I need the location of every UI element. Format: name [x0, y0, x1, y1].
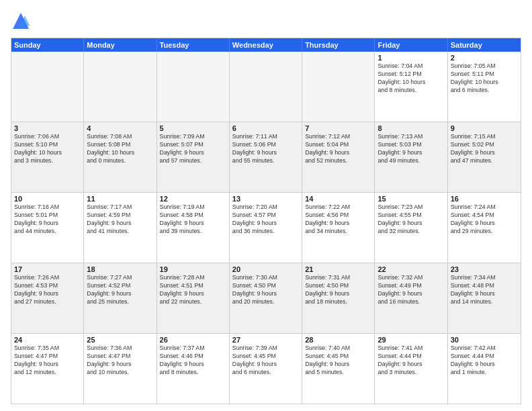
day-number: 18: [87, 265, 153, 273]
day-number: 8: [378, 124, 444, 132]
day-number: 5: [160, 124, 226, 132]
calendar-cell: 24Sunrise: 7:35 AM Sunset: 4:47 PM Dayli…: [11, 334, 84, 404]
cell-info: Sunrise: 7:12 AM Sunset: 5:04 PM Dayligh…: [305, 133, 371, 165]
day-number: 27: [232, 336, 299, 344]
calendar-cell: 22Sunrise: 7:32 AM Sunset: 4:49 PM Dayli…: [375, 263, 447, 333]
weekday-header-thursday: Thursday: [302, 38, 375, 52]
calendar-cell: 3Sunrise: 7:06 AM Sunset: 5:10 PM Daylig…: [11, 122, 84, 192]
calendar-cell: 4Sunrise: 7:08 AM Sunset: 5:08 PM Daylig…: [84, 122, 157, 192]
day-number: 16: [451, 195, 518, 203]
calendar: SundayMondayTuesdayWednesdayThursdayFrid…: [11, 38, 521, 404]
calendar-cell: 13Sunrise: 7:20 AM Sunset: 4:57 PM Dayli…: [230, 193, 302, 263]
calendar-cell: [302, 52, 375, 122]
calendar-cell: 29Sunrise: 7:41 AM Sunset: 4:44 PM Dayli…: [375, 334, 447, 404]
day-number: 29: [378, 336, 444, 344]
day-number: 28: [305, 336, 371, 344]
day-number: 12: [160, 195, 226, 203]
calendar-body: 1Sunrise: 7:04 AM Sunset: 5:12 PM Daylig…: [11, 52, 521, 404]
calendar-cell: 12Sunrise: 7:19 AM Sunset: 4:58 PM Dayli…: [157, 193, 230, 263]
day-number: 26: [160, 336, 226, 344]
calendar-row-4: 24Sunrise: 7:35 AM Sunset: 4:47 PM Dayli…: [11, 334, 521, 404]
calendar-cell: [230, 52, 302, 122]
day-number: 24: [14, 336, 81, 344]
day-number: 4: [87, 124, 153, 132]
header: [11, 11, 521, 31]
cell-info: Sunrise: 7:34 AM Sunset: 4:48 PM Dayligh…: [451, 274, 518, 306]
calendar-row-2: 10Sunrise: 7:16 AM Sunset: 5:01 PM Dayli…: [11, 193, 521, 263]
calendar-cell: 30Sunrise: 7:42 AM Sunset: 4:44 PM Dayli…: [448, 334, 521, 404]
calendar-cell: 11Sunrise: 7:17 AM Sunset: 4:59 PM Dayli…: [84, 193, 157, 263]
calendar-cell: [84, 52, 157, 122]
cell-info: Sunrise: 7:23 AM Sunset: 4:55 PM Dayligh…: [378, 203, 444, 236]
cell-info: Sunrise: 7:39 AM Sunset: 4:45 PM Dayligh…: [232, 345, 299, 377]
calendar-cell: 23Sunrise: 7:34 AM Sunset: 4:48 PM Dayli…: [448, 263, 521, 333]
cell-info: Sunrise: 7:36 AM Sunset: 4:47 PM Dayligh…: [87, 345, 153, 377]
cell-info: Sunrise: 7:35 AM Sunset: 4:47 PM Dayligh…: [14, 345, 81, 377]
calendar-cell: 5Sunrise: 7:09 AM Sunset: 5:07 PM Daylig…: [157, 122, 230, 192]
day-number: 6: [232, 124, 299, 132]
cell-info: Sunrise: 7:40 AM Sunset: 4:45 PM Dayligh…: [305, 345, 371, 377]
day-number: 14: [305, 195, 371, 203]
calendar-cell: 28Sunrise: 7:40 AM Sunset: 4:45 PM Dayli…: [302, 334, 375, 404]
calendar-cell: 8Sunrise: 7:13 AM Sunset: 5:03 PM Daylig…: [375, 122, 447, 192]
day-number: 15: [378, 195, 444, 203]
cell-info: Sunrise: 7:09 AM Sunset: 5:07 PM Dayligh…: [160, 133, 226, 165]
cell-info: Sunrise: 7:41 AM Sunset: 4:44 PM Dayligh…: [378, 345, 444, 377]
calendar-cell: 20Sunrise: 7:30 AM Sunset: 4:50 PM Dayli…: [230, 263, 302, 333]
day-number: 10: [14, 195, 81, 203]
day-number: 20: [232, 265, 299, 273]
cell-info: Sunrise: 7:11 AM Sunset: 5:06 PM Dayligh…: [232, 133, 299, 165]
calendar-cell: 17Sunrise: 7:26 AM Sunset: 4:53 PM Dayli…: [11, 263, 84, 333]
day-number: 13: [232, 195, 299, 203]
calendar-header: SundayMondayTuesdayWednesdayThursdayFrid…: [11, 38, 521, 52]
day-number: 22: [378, 265, 444, 273]
calendar-cell: 18Sunrise: 7:27 AM Sunset: 4:52 PM Dayli…: [84, 263, 157, 333]
calendar-cell: 19Sunrise: 7:28 AM Sunset: 4:51 PM Dayli…: [157, 263, 230, 333]
cell-info: Sunrise: 7:27 AM Sunset: 4:52 PM Dayligh…: [87, 274, 153, 306]
page: SundayMondayTuesdayWednesdayThursdayFrid…: [0, 0, 532, 411]
cell-info: Sunrise: 7:24 AM Sunset: 4:54 PM Dayligh…: [451, 203, 518, 236]
calendar-row-3: 17Sunrise: 7:26 AM Sunset: 4:53 PM Dayli…: [11, 263, 521, 334]
cell-info: Sunrise: 7:15 AM Sunset: 5:02 PM Dayligh…: [451, 133, 518, 165]
cell-info: Sunrise: 7:08 AM Sunset: 5:08 PM Dayligh…: [87, 133, 153, 165]
cell-info: Sunrise: 7:16 AM Sunset: 5:01 PM Dayligh…: [14, 203, 81, 236]
day-number: 1: [378, 54, 444, 62]
cell-info: Sunrise: 7:28 AM Sunset: 4:51 PM Dayligh…: [160, 274, 226, 306]
calendar-cell: 2Sunrise: 7:05 AM Sunset: 5:11 PM Daylig…: [448, 52, 521, 122]
weekday-header-saturday: Saturday: [448, 38, 521, 52]
cell-info: Sunrise: 7:13 AM Sunset: 5:03 PM Dayligh…: [378, 133, 444, 165]
cell-info: Sunrise: 7:20 AM Sunset: 4:57 PM Dayligh…: [232, 203, 299, 236]
cell-info: Sunrise: 7:17 AM Sunset: 4:59 PM Dayligh…: [87, 203, 153, 236]
cell-info: Sunrise: 7:19 AM Sunset: 4:58 PM Dayligh…: [160, 203, 226, 236]
day-number: 9: [451, 124, 518, 132]
calendar-cell: [157, 52, 230, 122]
weekday-header-wednesday: Wednesday: [230, 38, 302, 52]
day-number: 30: [451, 336, 518, 344]
calendar-cell: 15Sunrise: 7:23 AM Sunset: 4:55 PM Dayli…: [375, 193, 447, 263]
cell-info: Sunrise: 7:31 AM Sunset: 4:50 PM Dayligh…: [305, 274, 371, 306]
calendar-cell: 21Sunrise: 7:31 AM Sunset: 4:50 PM Dayli…: [302, 263, 375, 333]
calendar-cell: 1Sunrise: 7:04 AM Sunset: 5:12 PM Daylig…: [375, 52, 447, 122]
day-number: 23: [451, 265, 518, 273]
calendar-cell: 9Sunrise: 7:15 AM Sunset: 5:02 PM Daylig…: [448, 122, 521, 192]
day-number: 11: [87, 195, 153, 203]
calendar-row-0: 1Sunrise: 7:04 AM Sunset: 5:12 PM Daylig…: [11, 52, 521, 122]
logo-icon: [11, 11, 31, 31]
calendar-cell: 26Sunrise: 7:37 AM Sunset: 4:46 PM Dayli…: [157, 334, 230, 404]
cell-info: Sunrise: 7:04 AM Sunset: 5:12 PM Dayligh…: [378, 62, 444, 95]
calendar-cell: 10Sunrise: 7:16 AM Sunset: 5:01 PM Dayli…: [11, 193, 84, 263]
calendar-row-1: 3Sunrise: 7:06 AM Sunset: 5:10 PM Daylig…: [11, 122, 521, 193]
cell-info: Sunrise: 7:32 AM Sunset: 4:49 PM Dayligh…: [378, 274, 444, 306]
calendar-cell: 25Sunrise: 7:36 AM Sunset: 4:47 PM Dayli…: [84, 334, 157, 404]
cell-info: Sunrise: 7:06 AM Sunset: 5:10 PM Dayligh…: [14, 133, 81, 165]
calendar-cell: 7Sunrise: 7:12 AM Sunset: 5:04 PM Daylig…: [302, 122, 375, 192]
cell-info: Sunrise: 7:26 AM Sunset: 4:53 PM Dayligh…: [14, 274, 81, 306]
cell-info: Sunrise: 7:37 AM Sunset: 4:46 PM Dayligh…: [160, 345, 226, 377]
day-number: 19: [160, 265, 226, 273]
logo: [11, 11, 34, 31]
cell-info: Sunrise: 7:42 AM Sunset: 4:44 PM Dayligh…: [451, 345, 518, 377]
day-number: 21: [305, 265, 371, 273]
cell-info: Sunrise: 7:22 AM Sunset: 4:56 PM Dayligh…: [305, 203, 371, 236]
calendar-cell: 6Sunrise: 7:11 AM Sunset: 5:06 PM Daylig…: [230, 122, 302, 192]
day-number: 7: [305, 124, 371, 132]
